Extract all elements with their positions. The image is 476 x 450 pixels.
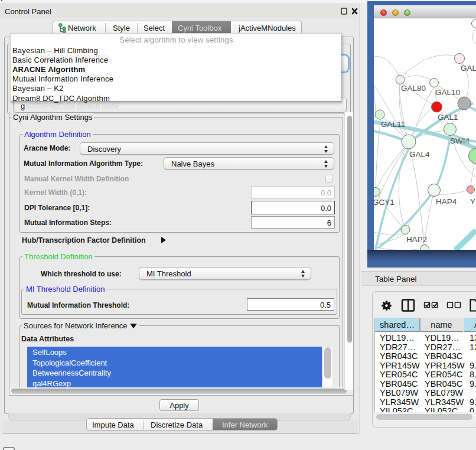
svg-text:GAL80: GAL80 — [401, 84, 426, 93]
svg-text:SWI4: SWI4 — [450, 136, 470, 145]
svg-text:GAL10: GAL10 — [435, 88, 460, 97]
svg-text:GAL1: GAL1 — [438, 113, 458, 122]
svg-text:Y: Y — [470, 197, 475, 206]
svg-text:GAL11: GAL11 — [381, 120, 405, 129]
svg-text:HAP4: HAP4 — [436, 197, 457, 206]
svg-text:HAP2: HAP2 — [406, 235, 427, 244]
svg-text:GAL4: GAL4 — [409, 150, 430, 159]
svg-text:GAL7: GAL7 — [461, 64, 476, 73]
svg-text:GCY1: GCY1 — [374, 198, 395, 207]
